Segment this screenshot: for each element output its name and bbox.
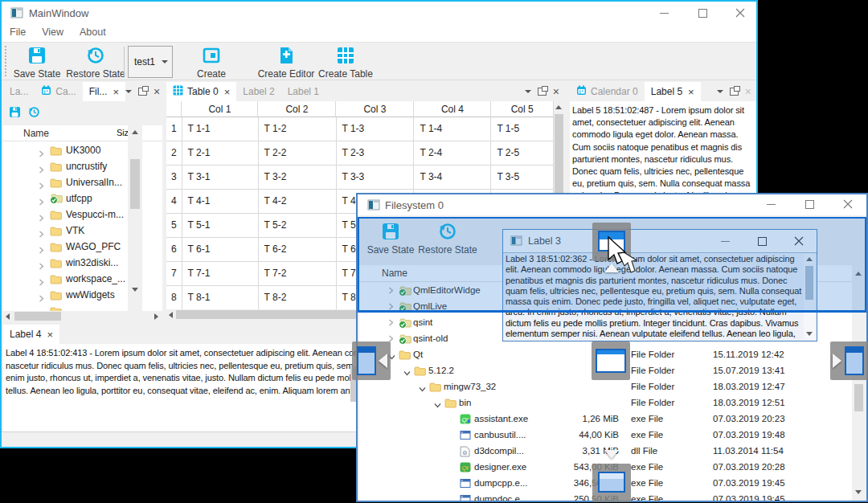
menu-item-about[interactable]: About — [72, 24, 114, 40]
fs-date: 07.03.2019 19:45 — [713, 494, 785, 501]
tab-fil[interactable]: Fil...× — [83, 82, 125, 101]
left-tree-hscrollbar[interactable] — [3, 311, 162, 321]
table-cell[interactable]: T 2-2 — [259, 141, 337, 166]
close-icon[interactable] — [727, 2, 755, 24]
fs-date: 07.03.2019 19:48 — [713, 430, 785, 440]
main-titlebar[interactable]: MainWindow — [2, 2, 756, 24]
dock-left-indicator[interactable] — [352, 341, 391, 380]
tab-table-0[interactable]: Table 0× — [166, 82, 236, 101]
table-cell[interactable]: T 4-1 — [182, 190, 259, 214]
table-cell[interactable]: T 2-4 — [414, 141, 491, 166]
table-cell[interactable]: T 2-3 — [337, 141, 415, 166]
tree-header-name[interactable]: Name — [23, 128, 49, 139]
table-cell[interactable]: T 2-5 — [491, 141, 554, 166]
dock-bottom-indicator[interactable] — [592, 464, 631, 502]
fs-row-canbusutil-[interactable]: canbusutil....44,00 KiBexe File07.03.201… — [359, 427, 853, 444]
table-cell[interactable]: T 8-1 — [182, 286, 259, 309]
fs-row-mingw73-32[interactable]: mingw73_32File Folder18.03.2019 12:47 — [359, 379, 853, 395]
table-cell[interactable]: T 4-2 — [259, 190, 337, 214]
folder-icon — [50, 145, 62, 159]
minimize-icon[interactable] — [758, 193, 785, 215]
save-icon[interactable] — [9, 106, 21, 121]
tab-calendar-0[interactable]: Calendar 0 — [570, 82, 645, 101]
table-cell[interactable]: T 2-1 — [182, 141, 259, 166]
tab-close-icon[interactable]: × — [47, 329, 53, 341]
close-dock-icon[interactable]: × — [154, 88, 160, 96]
column-header-1[interactable]: Col 1 — [182, 101, 258, 117]
close-dock-icon[interactable]: × — [745, 88, 751, 96]
restore-state-button[interactable]: Restore State — [64, 44, 127, 80]
tree-header-size[interactable]: Siz — [117, 128, 128, 137]
fs-row-bin[interactable]: binFile Folder18.03.2019 12:51 — [359, 395, 853, 411]
tab-ca[interactable]: Ca... — [35, 82, 82, 101]
fs-size: 44,00 KiB — [547, 430, 619, 440]
tab-label-1[interactable]: Label 1 — [281, 82, 326, 101]
chevron-down-icon[interactable] — [419, 384, 426, 394]
table-cell[interactable]: T 5-1 — [182, 214, 259, 238]
table-cell[interactable]: T 1-2 — [259, 117, 337, 141]
table-cell[interactable]: T 5-2 — [259, 214, 337, 238]
table-cell[interactable]: T 6-1 — [182, 238, 259, 262]
column-header-4[interactable]: Col 4 — [414, 101, 491, 117]
create-editor-button[interactable]: Create Editor — [256, 44, 317, 80]
toolbar-handle[interactable] — [5, 46, 6, 76]
table-cell[interactable]: T 3-1 — [182, 166, 259, 190]
restore-icon[interactable] — [28, 106, 40, 121]
left-tree-vscrollbar[interactable] — [128, 125, 142, 311]
save-state-button[interactable]: Save State — [11, 44, 63, 80]
create-table-button[interactable]: Create Table — [317, 44, 375, 80]
tabs-menu-icon[interactable] — [717, 90, 723, 93]
tabs-menu-icon[interactable] — [125, 90, 132, 93]
table-cell[interactable]: T 6-2 — [259, 238, 337, 262]
table-cell[interactable]: T 3-4 — [414, 166, 491, 190]
maximize-icon[interactable] — [690, 2, 717, 24]
tab-close-icon[interactable]: × — [688, 86, 694, 98]
maximize-icon[interactable] — [796, 193, 824, 215]
filesystem-titlebar[interactable]: Filesystem 0 — [358, 194, 866, 215]
left-dock-toolbar — [3, 103, 162, 124]
chevron-down-icon[interactable] — [434, 400, 441, 410]
tab-label-2[interactable]: Label 2 — [236, 82, 280, 101]
close-icon[interactable] — [835, 193, 862, 215]
perspective-dropdown[interactable]: test1 — [128, 46, 173, 78]
table-cell[interactable]: T 1-5 — [491, 117, 554, 141]
fs-type: exe File — [631, 430, 663, 440]
tab-close-icon[interactable]: × — [113, 86, 119, 98]
table-cell[interactable]: T 7-2 — [259, 262, 337, 286]
tree-item-label: WAGO_PFC — [66, 241, 121, 252]
tab-label-5[interactable]: Label 5× — [645, 82, 701, 101]
dock-center-indicator[interactable] — [592, 341, 630, 380]
undock-icon[interactable] — [138, 88, 147, 96]
table-cell[interactable]: T 1-4 — [414, 117, 491, 141]
dock-right-indicator[interactable] — [830, 341, 868, 380]
undock-icon[interactable] — [730, 88, 739, 96]
table-cell[interactable]: T 3-2 — [259, 166, 337, 190]
minimize-icon[interactable] — [651, 2, 678, 24]
fs-row-assistant-exe[interactable]: Qtassistant.exe1,26 MiBexe File07.03.201… — [359, 411, 853, 427]
table-cell[interactable]: T 3-5 — [491, 166, 554, 190]
folder-icon — [50, 273, 62, 288]
table-cell[interactable]: T 8-2 — [259, 286, 337, 309]
tab-close-icon[interactable]: × — [224, 86, 231, 98]
table-cell[interactable]: T 1-1 — [182, 117, 259, 141]
close-dock-icon[interactable]: × — [553, 88, 559, 96]
chevron-down-icon[interactable] — [403, 368, 411, 378]
table-cell[interactable]: T 7-1 — [182, 262, 259, 286]
column-header-3[interactable]: Col 3 — [336, 101, 414, 117]
column-header-2[interactable]: Col 2 — [258, 101, 336, 117]
tab-label-4[interactable]: Label 4× — [3, 325, 59, 344]
undock-icon[interactable] — [538, 88, 547, 96]
calendar-icon — [41, 85, 51, 98]
app-icon — [10, 6, 23, 22]
fs-date: 15.11.2019 12:42 — [713, 350, 784, 359]
table-cell[interactable]: T 1-3 — [337, 117, 415, 141]
fs-type: exe File — [631, 414, 663, 423]
menu-item-file[interactable]: File — [2, 24, 34, 40]
tab-la[interactable]: La... — [3, 82, 35, 101]
column-header-5[interactable]: Col 5 — [491, 101, 554, 117]
chevron-right-icon[interactable] — [388, 318, 394, 328]
tabs-menu-icon[interactable] — [525, 90, 531, 93]
table-cell[interactable]: T 3-3 — [337, 166, 415, 190]
tab-label: La... — [10, 86, 28, 97]
menu-item-view[interactable]: View — [34, 24, 72, 40]
